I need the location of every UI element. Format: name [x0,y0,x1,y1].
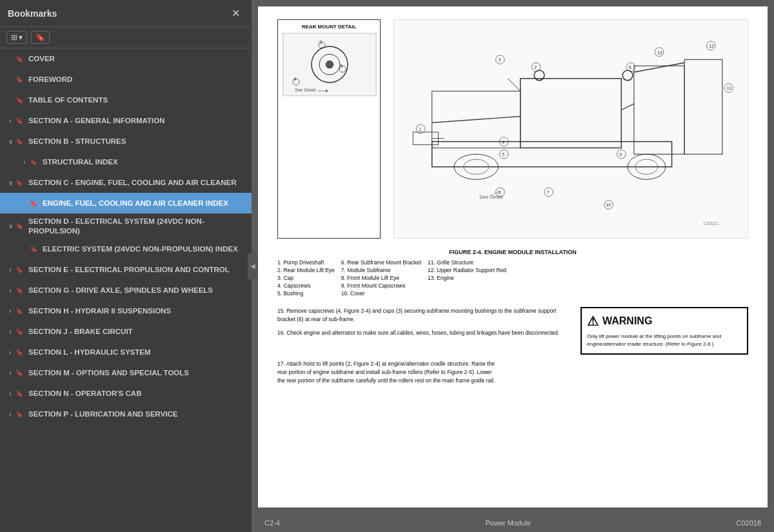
content-columns: 15. Remove capscrews (4, Figure 2-4) and… [277,307,748,355]
bookmark-item-section-j[interactable]: ›🔖SECTION J - BRAKE CIRCUIT [0,322,252,342]
warning-box: ⚠ WARNING Only lift power module at the … [580,307,748,355]
bookmark-icon-section-m: 🔖 [15,369,25,377]
pdf-content: REAR MOUNT DETAIL 3 5 4 [258,6,768,507]
bookmark-label-section-d: SECTION D - ELECTRICAL SYSTEM (24VDC NON… [28,217,246,236]
figure-caption: FIGURE 2-4. ENGINE MODULE INSTALLATION [277,249,748,255]
bookmark-icon-section-h: 🔖 [15,308,25,315]
svg-rect-13 [394,28,748,230]
warning-header: ⚠ WARNING [587,313,742,329]
bookmark-icon-section-g: 🔖 [15,287,25,294]
expand-arrow-section-b: ∨ [5,138,15,145]
bookmark-item-section-b[interactable]: ∨🔖SECTION B - STRUCTURES [0,131,252,152]
bookmark-icon-section-c: 🔖 [15,179,25,186]
bookmark-item-section-m[interactable]: ›🔖SECTION M - OPTIONS AND SPECIAL TOOLS [0,363,252,384]
bookmark-item-section-d[interactable]: ∨🔖SECTION D - ELECTRICAL SYSTEM (24VDC N… [0,213,252,239]
part-5: 5. Bushing [277,290,335,297]
bookmark-label-section-g: SECTION G - DRIVE AXLE, SPINDLES AND WHE… [28,286,213,295]
bookmark-item-engine-index[interactable]: 🔖ENGINE, FUEL, COOLING AND AIR CLEANER I… [0,193,252,213]
expand-arrow-section-a: › [5,117,15,124]
bookmark-icon-section-n: 🔖 [15,390,25,397]
rear-mount-detail: REAR MOUNT DETAIL 3 5 4 [277,19,381,239]
footer-center: Power Module [485,519,530,527]
bookmark-label-cover: COVER [28,54,55,64]
warning-text: Only lift power module at the lifting po… [587,333,742,348]
bookmarks-list[interactable]: 🔖COVER🔖FOREWORD🔖TABLE OF CONTENTS›🔖SECTI… [0,48,252,532]
bookmark-item-toc[interactable]: 🔖TABLE OF CONTENTS [0,90,252,110]
bookmark-item-section-l[interactable]: ›🔖SECTION L - HYDRAULIC SYSTEM [0,342,252,363]
pdf-panel: REAR MOUNT DETAIL 3 5 4 [252,0,774,532]
svg-point-3 [326,61,333,68]
expand-arrow-section-d: ∨ [5,222,15,230]
bookmark-icon-cover: 🔖 [15,55,25,63]
close-button[interactable]: ✕ [228,6,244,21]
svg-text:12: 12 [709,44,714,48]
bookmark-item-section-g[interactable]: ›🔖SECTION G - DRIVE AXLE, SPINDLES AND W… [0,281,252,301]
bookmark-item-electric-index[interactable]: 🔖ELECTRIC SYSTEM (24VDC NON-PROPULSION) … [0,239,252,260]
expand-arrow-section-m: › [5,369,15,377]
svg-text:8: 8 [629,65,631,70]
part-2: 2. Rear Module Lift Eye [277,267,335,273]
expand-arrow-section-l: › [5,349,15,356]
step-17: 17. Attach hoist to lift points (2, Figu… [277,360,497,384]
bookmark-icon-toc: 🔖 [15,97,25,104]
part-10: 10. Cover [341,290,421,297]
part-4: 4. Capscrews [277,282,335,289]
rear-mount-title: REAR MOUNT DETAIL [282,24,376,30]
expand-arrow-structural-index: › [19,159,30,166]
bookmark-icon: 🔖 [35,33,45,42]
bookmark-item-cover[interactable]: 🔖COVER [0,48,252,69]
expand-all-button[interactable]: ⊞ ▾ [6,31,27,44]
part-6: 6. Rear Subframe Mount Bracket [341,259,421,266]
svg-text:5: 5 [502,152,504,157]
diagram-area: REAR MOUNT DETAIL 3 5 4 [277,19,748,239]
step-16: 16. Check engine and alternator to make … [277,329,568,337]
svg-text:See Detail: See Detail [295,88,316,92]
bookmark-label-electric-index: ELECTRIC SYSTEM (24VDC NON-PROPULSION) I… [43,244,238,254]
bookmark-icon-section-l: 🔖 [15,349,25,356]
expand-arrow-section-p: › [5,411,15,418]
expand-arrow-section-h: › [5,308,15,315]
main-engine-diagram: See Detail 1 2 3 4 [393,19,748,239]
part-1: 1. Pump Driveshaft [277,259,335,266]
svg-text:C02021: C02021 [704,221,719,226]
parts-col-3: 11. Grille Structure 12. Upper Radiator … [428,259,506,297]
bookmark-item-section-a[interactable]: ›🔖SECTION A - GENERAL INFORMATION [0,110,252,131]
svg-text:6: 6 [498,190,501,195]
expand-arrow-section-n: › [5,390,15,397]
sidebar-title: Bookmarks [8,8,57,19]
bookmark-item-section-h[interactable]: ›🔖SECTION H - HYDRAIR II SUSPENSIONS [0,301,252,322]
part-3: 3. Cap [277,275,335,281]
bookmark-item-structural-index[interactable]: ›🔖STRUCTURAL INDEX [0,152,252,172]
expand-arrow-icon: ▾ [19,33,23,42]
collapse-handle[interactable]: ◀ [248,253,258,279]
bookmark-item-section-p[interactable]: ›🔖SECTION P - LUBRICATION AND SERVICE [0,404,252,425]
bookmark-label-section-b: SECTION B - STRUCTURES [28,137,126,146]
bookmark-label-section-p: SECTION P - LUBRICATION AND SERVICE [28,409,178,419]
expand-arrow-section-c: ∨ [5,179,15,186]
bookmark-item-section-n[interactable]: ›🔖SECTION N - OPERATOR'S CAB [0,384,252,404]
bookmark-label-section-n: SECTION N - OPERATOR'S CAB [28,389,141,399]
bookmark-label-section-h: SECTION H - HYDRAIR II SUSPENSIONS [28,306,171,316]
part-11: 11. Grille Structure [428,259,506,266]
bookmark-label-section-m: SECTION M - OPTIONS AND SPECIAL TOOLS [28,368,189,378]
expand-arrow-section-j: › [5,328,15,335]
expand-arrow-section-e: › [5,266,15,273]
svg-text:13: 13 [657,50,662,55]
svg-text:See Detail: See Detail [479,194,502,200]
bookmark-item-foreword[interactable]: 🔖FOREWORD [0,69,252,90]
part-8: 8. Front Module Lift Eye [341,275,421,281]
parts-col-1: 1. Pump Driveshaft 2. Rear Module Lift E… [277,259,335,297]
warning-triangle-icon: ⚠ [587,313,599,329]
engine-svg: See Detail 1 2 3 4 [394,20,748,238]
bookmark-item-section-c[interactable]: ∨🔖SECTION C - ENGINE, FUEL, COOLING AND … [0,172,252,193]
bookmark-icon-structural-index: 🔖 [30,159,39,166]
part-7: 7. Module Subframe [341,267,421,273]
parts-col-2: 6. Rear Subframe Mount Bracket 7. Module… [341,259,421,297]
bookmark-tool-button[interactable]: 🔖 [31,31,50,44]
sidebar: Bookmarks ✕ ⊞ ▾ 🔖 🔖COVER🔖FOREWORD🔖TABLE … [0,0,252,532]
bookmark-icon-section-e: 🔖 [15,266,25,273]
bookmark-item-section-e[interactable]: ›🔖SECTION E - ELECTRICAL PROPULSION AND … [0,260,252,281]
content-steps: 15. Remove capscrews (4, Figure 2-4) and… [277,307,568,355]
parts-list: 1. Pump Driveshaft 2. Rear Module Lift E… [277,259,748,297]
bookmark-label-section-a: SECTION A - GENERAL INFORMATION [28,116,164,126]
